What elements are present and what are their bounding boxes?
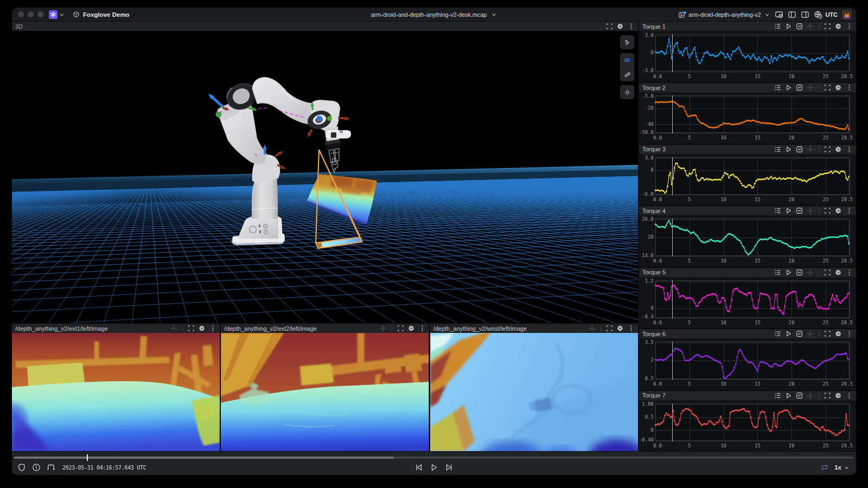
follow-playback-icon[interactable]	[785, 269, 792, 276]
seek-forward-button[interactable]	[445, 463, 454, 472]
pan-tool-icon[interactable]	[807, 392, 814, 399]
values-list-icon[interactable]	[774, 84, 781, 91]
minimize-window-button[interactable]	[28, 11, 34, 17]
plot-chart-area[interactable]	[639, 338, 856, 389]
image-panel-ext1-header[interactable]: /depth_anything_v2/ext1/left/image	[12, 324, 220, 333]
fullscreen-icon[interactable]	[824, 330, 831, 337]
plot-canvas[interactable]	[639, 154, 856, 205]
3d-viewport[interactable]: 3D	[12, 31, 638, 323]
pan-tool-icon[interactable]	[170, 325, 177, 332]
plot-panel-torque-6[interactable]: Torque 6	[639, 329, 856, 389]
follow-playback-icon[interactable]	[785, 330, 792, 337]
pan-tool-icon[interactable]	[807, 146, 814, 153]
settings-gear-icon[interactable]	[835, 146, 842, 153]
follow-playback-icon[interactable]	[785, 146, 792, 153]
pan-tool-icon[interactable]	[807, 269, 814, 276]
timezone-selector[interactable]: UTC	[814, 10, 838, 19]
right-sidebar-toggle-icon[interactable]	[801, 10, 809, 19]
measure-tool-button[interactable]	[620, 67, 634, 81]
fullscreen-icon[interactable]	[824, 392, 831, 399]
more-options-icon[interactable]	[846, 146, 853, 153]
camera-controls-button[interactable]	[620, 85, 634, 99]
settings-gear-icon[interactable]	[408, 325, 415, 332]
more-options-icon[interactable]	[628, 325, 635, 332]
more-options-icon[interactable]	[846, 23, 853, 30]
image-panel-wrist[interactable]: /depth_anything_v2/wrist/left/image	[430, 324, 638, 451]
depth-image-wrist[interactable]	[430, 333, 638, 451]
chart-options-icon[interactable]	[796, 392, 803, 399]
depth-image-ext1[interactable]	[12, 333, 220, 451]
settings-gear-icon[interactable]	[835, 330, 842, 337]
3d-scene[interactable]	[12, 31, 638, 323]
seek-backward-button[interactable]	[414, 463, 423, 472]
follow-playback-icon[interactable]	[785, 392, 792, 399]
settings-gear-icon[interactable]	[617, 325, 624, 332]
plot-panel-header[interactable]: Torque 2	[639, 83, 856, 92]
fullscreen-icon[interactable]	[606, 325, 613, 332]
panel-3d[interactable]: 3D	[12, 22, 638, 323]
fullscreen-icon[interactable]	[188, 325, 195, 332]
plot-canvas[interactable]	[639, 215, 856, 266]
plot-panel-header[interactable]: Torque 5	[639, 268, 856, 277]
plot-panel-header[interactable]: Torque 4	[639, 206, 856, 215]
plot-panel-torque-2[interactable]: Torque 2	[639, 83, 856, 143]
settings-gear-icon[interactable]	[835, 269, 842, 276]
chart-options-icon[interactable]	[796, 84, 803, 91]
plot-panel-torque-5[interactable]: Torque 5	[639, 268, 856, 328]
plot-chart-area[interactable]	[639, 92, 856, 143]
loop-region-icon[interactable]	[47, 463, 55, 472]
values-list-icon[interactable]	[774, 269, 781, 276]
fullscreen-icon[interactable]	[397, 325, 404, 332]
plot-panel-header[interactable]: Torque 1	[639, 22, 856, 31]
depth-image-ext2[interactable]	[221, 333, 429, 451]
plot-chart-area[interactable]	[639, 277, 856, 328]
fullscreen-icon[interactable]	[824, 207, 831, 214]
chart-options-icon[interactable]	[796, 23, 803, 30]
image-panel-ext1[interactable]: /depth_anything_v2/ext1/left/image	[12, 324, 220, 451]
chart-options-icon[interactable]	[796, 330, 803, 337]
left-sidebar-toggle-icon[interactable]	[788, 10, 796, 19]
more-options-icon[interactable]	[846, 330, 853, 337]
plot-panel-torque-1[interactable]: Torque 1	[639, 22, 856, 82]
settings-gear-icon[interactable]	[835, 207, 842, 214]
fullscreen-icon[interactable]	[824, 84, 831, 91]
fullscreen-icon[interactable]	[824, 269, 831, 276]
plot-chart-area[interactable]	[639, 31, 856, 82]
close-window-button[interactable]	[18, 11, 24, 17]
source-file-button[interactable]: arm-droid-and-depth-anything-v2-desk.mca…	[371, 8, 497, 22]
more-options-icon[interactable]	[846, 84, 853, 91]
zoom-window-button[interactable]	[37, 11, 43, 17]
plot-canvas[interactable]	[639, 400, 856, 451]
fullscreen-icon[interactable]	[824, 146, 831, 153]
values-list-icon[interactable]	[774, 392, 781, 399]
more-options-icon[interactable]	[419, 325, 426, 332]
plot-panel-header[interactable]: Torque 3	[639, 145, 856, 154]
pan-tool-icon[interactable]	[807, 23, 814, 30]
image-panel-ext2-header[interactable]: /depth_anything_v2/ext2/left/image	[221, 324, 429, 333]
values-list-icon[interactable]	[774, 207, 781, 214]
plot-canvas[interactable]	[639, 277, 856, 328]
plot-panel-torque-3[interactable]: Torque 3	[639, 145, 856, 205]
chart-options-icon[interactable]	[796, 207, 803, 214]
chart-options-icon[interactable]	[796, 146, 803, 153]
data-source-title[interactable]: Foxglove Demo	[73, 11, 130, 18]
follow-playback-icon[interactable]	[785, 207, 792, 214]
chart-options-icon[interactable]	[796, 269, 803, 276]
plot-canvas[interactable]	[639, 338, 856, 389]
more-options-icon[interactable]	[628, 23, 635, 30]
plot-panel-torque-4[interactable]: Torque 4	[639, 206, 856, 266]
pan-tool-icon[interactable]	[380, 325, 387, 332]
settings-gear-icon[interactable]	[835, 392, 842, 399]
plot-panel-header[interactable]: Torque 7	[639, 391, 856, 400]
pan-tool-icon[interactable]	[589, 325, 596, 332]
fullscreen-icon[interactable]	[824, 23, 831, 30]
settings-gear-icon[interactable]	[617, 23, 624, 30]
more-options-icon[interactable]	[846, 269, 853, 276]
playback-speed-selector[interactable]: 1x	[834, 464, 850, 471]
panel-3d-header[interactable]: 3D	[12, 22, 638, 31]
pan-tool-icon[interactable]	[807, 330, 814, 337]
image-panel-wrist-header[interactable]: /depth_anything_v2/wrist/left/image	[430, 324, 638, 333]
more-options-icon[interactable]	[209, 325, 216, 332]
data-source-status-icon[interactable]	[17, 463, 26, 472]
add-panel-icon[interactable]	[775, 10, 783, 19]
